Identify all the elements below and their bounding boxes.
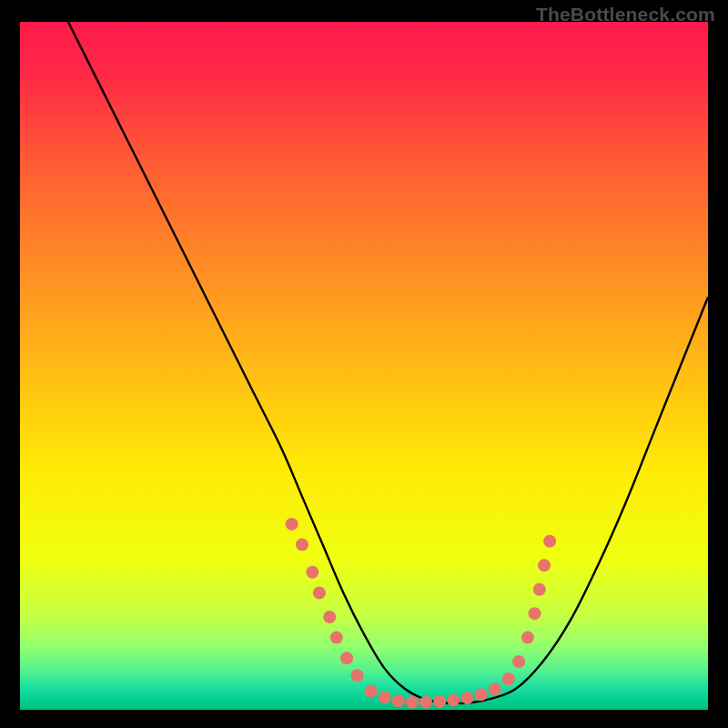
marker-dot — [296, 539, 308, 551]
marker-dot — [447, 693, 460, 706]
marker-dot — [365, 685, 378, 698]
marker-dot — [512, 655, 525, 668]
marker-dot — [538, 559, 551, 571]
marker-dot — [330, 632, 343, 644]
marker-dot — [489, 682, 501, 695]
marker-dot — [313, 586, 326, 599]
marker-dot — [323, 611, 336, 623]
marker-dot — [350, 669, 363, 682]
marker-dot — [475, 688, 488, 701]
plot-area — [20, 22, 708, 710]
chart-container: TheBottleneck.com — [0, 0, 728, 728]
marker-dot — [460, 692, 473, 704]
marker-dot — [420, 696, 432, 709]
chart-svg — [20, 22, 708, 710]
marker-dot — [406, 696, 419, 709]
marker-dot — [306, 566, 318, 579]
marker-dot — [502, 672, 515, 685]
marker-dot — [379, 691, 391, 703]
marker-dot — [533, 583, 546, 596]
marker-dot — [521, 632, 534, 644]
marker-dot — [392, 694, 405, 707]
marker-dot — [286, 518, 298, 531]
marker-dot — [528, 607, 541, 620]
gradient-background — [20, 22, 708, 710]
marker-dot — [433, 695, 446, 708]
marker-dot — [543, 535, 556, 548]
marker-dot — [340, 652, 353, 664]
